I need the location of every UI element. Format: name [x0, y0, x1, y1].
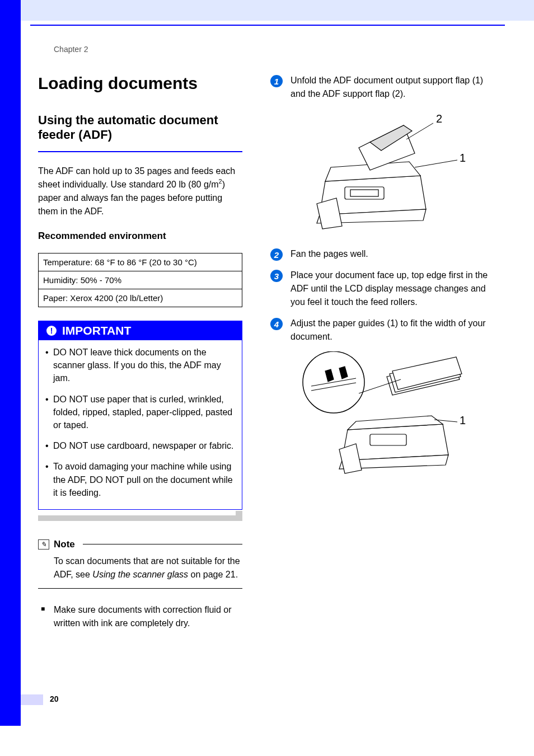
- svg-rect-6: [350, 190, 378, 196]
- env-heading: Recommended environment: [38, 231, 242, 242]
- chapter-label: Chapter 2: [54, 45, 88, 54]
- left-sidebar: [0, 21, 21, 726]
- page-content: Loading documents Using the automatic do…: [38, 74, 505, 630]
- step-text: Unfold the ADF document output support f…: [291, 74, 491, 101]
- env-row: Temperature: 68 °F to 86 °F (20 to 30 °C…: [39, 253, 242, 271]
- note-label: Note: [54, 539, 75, 550]
- step-text: Fan the pages well.: [291, 247, 368, 261]
- step-number: 2: [270, 248, 283, 261]
- step-number: 4: [270, 318, 283, 330]
- important-label: IMPORTANT: [62, 324, 131, 337]
- page-number-background: [21, 694, 43, 705]
- important-item: DO NOT use paper that is curled, wrinkle…: [45, 393, 235, 432]
- figure-adf-flaps: 2 1: [270, 109, 491, 234]
- note-rule: [83, 544, 242, 544]
- env-row: Humidity: 50% - 70%: [39, 271, 242, 289]
- important-header: ! IMPORTANT: [39, 321, 242, 340]
- fig-label-1: 1: [460, 152, 466, 164]
- important-box: ! IMPORTANT DO NOT leave thick documents…: [38, 321, 242, 510]
- svg-line-9: [415, 160, 457, 167]
- svg-rect-13: [370, 434, 406, 445]
- important-item: DO NOT use cardboard, newspaper or fabri…: [45, 439, 235, 452]
- note-block: ✎ Note To scan documents that are not su…: [38, 539, 242, 589]
- exclamation-icon: !: [46, 326, 57, 336]
- environment-table: Temperature: 68 °F to 86 °F (20 to 30 °C…: [38, 253, 242, 307]
- important-item: DO NOT leave thick documents on the scan…: [45, 346, 235, 385]
- header-background: [21, 0, 534, 21]
- page-number: 20: [50, 694, 59, 703]
- step-text: Adjust the paper guides (1) to fit the w…: [291, 317, 491, 344]
- figure-paper-guides: 1: [270, 351, 491, 480]
- section-heading: Using the automatic document feeder (ADF…: [38, 113, 242, 142]
- header-corner: [0, 0, 21, 21]
- section-intro: The ADF can hold up to 35 pages and feed…: [38, 165, 242, 218]
- step: 1 Unfold the ADF document output support…: [270, 74, 491, 101]
- step-number: 1: [270, 75, 283, 87]
- note-body: To scan documents that are not suitable …: [38, 555, 242, 581]
- important-shadow: [38, 515, 242, 521]
- fig-label-1: 1: [460, 414, 466, 426]
- step: 3 Place your document face up, top edge …: [270, 269, 491, 309]
- note-bottom-rule: [38, 588, 242, 589]
- step-number: 3: [270, 270, 283, 282]
- step: 2 Fan the pages well.: [270, 247, 491, 261]
- step: 4 Adjust the paper guides (1) to fit the…: [270, 317, 491, 344]
- step-text: Place your document face up, top edge fi…: [291, 269, 491, 309]
- page-title: Loading documents: [38, 74, 242, 93]
- env-row: Paper: Xerox 4200 (20 lb/Letter): [39, 289, 242, 307]
- fig-label-2: 2: [436, 112, 442, 125]
- pencil-icon: ✎: [38, 539, 49, 550]
- square-bullet-note: Make sure documents with correction flui…: [38, 603, 242, 630]
- header-rule: [30, 25, 505, 26]
- important-item: To avoid damaging your machine while usi…: [45, 460, 235, 499]
